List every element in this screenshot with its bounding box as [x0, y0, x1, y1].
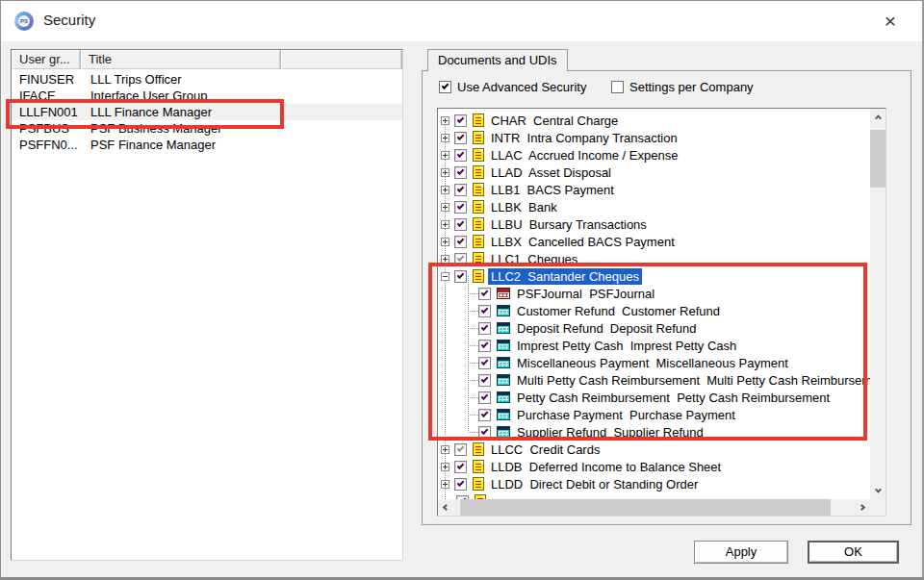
vertical-scrollbar[interactable]: [870, 109, 886, 499]
tree-item-label: Purchase Payment Purchase Payment: [514, 407, 738, 423]
tree-item[interactable]: Purchase Payment Purchase Payment: [438, 406, 870, 423]
tree-checkbox[interactable]: [454, 218, 467, 231]
expand-icon[interactable]: [441, 203, 449, 212]
tab-documents-and-udis[interactable]: Documents and UDIs: [427, 49, 568, 71]
ok-button[interactable]: OK: [808, 541, 899, 564]
tree-checkbox[interactable]: [454, 270, 467, 283]
tree-item[interactable]: CHAR Central Charge: [438, 112, 870, 129]
tree-checkbox[interactable]: [478, 288, 491, 300]
tree-item[interactable]: LLDD Direct Debit or Standing Order: [438, 475, 870, 492]
tree-item[interactable]: Deposit Refund Deposit Refund: [438, 319, 870, 337]
tree-checkbox[interactable]: [478, 357, 491, 369]
tree-item[interactable]: PSFJournal PSFJournal: [438, 285, 870, 302]
document-icon: [473, 183, 484, 196]
tree-item-label: LLBK Bank: [488, 199, 560, 215]
tree-item[interactable]: LLBX Cancelled BACS Payment: [438, 233, 870, 250]
user-group-row[interactable]: IFACEInterface User Group: [12, 88, 402, 104]
tree-item[interactable]: Miscellaneous Payment Miscellaneous Paym…: [438, 354, 870, 371]
user-group-cell: PSFBUS: [19, 121, 85, 136]
tree-checkbox[interactable]: [454, 201, 467, 214]
expand-icon[interactable]: [441, 255, 449, 264]
tree-item[interactable]: INTR Intra Company Transaction: [438, 129, 870, 146]
tree-item[interactable]: LLDB Deferred Income to Balance Sheet: [438, 458, 870, 475]
tree-checkbox[interactable]: [454, 236, 467, 248]
tree-item[interactable]: LLBK Bank: [438, 198, 870, 215]
expand-icon[interactable]: [441, 186, 449, 194]
chevron-right-icon: [859, 504, 865, 511]
tree-item[interactable]: Multi Petty Cash Reimbursement Multi Pet…: [438, 371, 870, 389]
scroll-up-button[interactable]: [870, 109, 886, 125]
scrollbar-corner: [870, 499, 886, 516]
expand-icon[interactable]: [441, 238, 449, 246]
tree-checkbox[interactable]: [478, 409, 491, 421]
tree-checkbox[interactable]: [454, 166, 467, 179]
tree-item[interactable]: LLC2 Santander Cheques: [438, 267, 870, 285]
tree-item[interactable]: LLC1 Cheques: [438, 250, 870, 267]
tree-checkbox[interactable]: [454, 132, 467, 144]
tree-item[interactable]: LLAD Asset Disposal: [438, 164, 870, 181]
expand-icon[interactable]: [441, 168, 449, 177]
expand-icon[interactable]: [441, 151, 449, 160]
tree-item[interactable]: Customer Refund Customer Refund: [438, 302, 870, 319]
collapse-icon[interactable]: [441, 272, 449, 281]
expand-icon[interactable]: [441, 445, 449, 454]
app-logo-icon: PS: [14, 12, 34, 31]
expand-icon[interactable]: [441, 463, 449, 471]
user-group-row[interactable]: FINUSERLLL Trips Officer: [12, 71, 402, 88]
tree-item[interactable]: Petty Cash Reimbursement Petty Cash Reim…: [438, 389, 870, 406]
column-header-empty[interactable]: [281, 50, 402, 69]
scroll-left-button[interactable]: [438, 499, 454, 516]
table-icon: [497, 322, 510, 334]
chevron-left-icon: [443, 504, 449, 511]
apply-button[interactable]: Apply: [694, 541, 788, 564]
expand-icon[interactable]: [441, 134, 449, 142]
settings-per-company-checkbox[interactable]: Settings per Company: [611, 80, 754, 94]
scroll-right-button[interactable]: [854, 499, 870, 516]
journal-icon: [497, 288, 510, 299]
tree-item[interactable]: [438, 492, 870, 499]
horizontal-scrollbar[interactable]: [438, 499, 870, 516]
column-header-title[interactable]: Title: [81, 50, 281, 69]
tree-checkbox[interactable]: [454, 184, 467, 196]
use-advanced-security-checkbox[interactable]: Use Advanced Security: [439, 80, 586, 94]
tree-checkbox[interactable]: [454, 443, 467, 456]
checkmark-icon: [457, 237, 465, 244]
tree-checkbox[interactable]: [454, 114, 467, 127]
horizontal-scroll-thumb[interactable]: [460, 499, 831, 516]
tree-item[interactable]: Imprest Petty Cash Imprest Petty Cash: [438, 337, 870, 354]
table-icon: [497, 391, 510, 403]
tree-checkbox[interactable]: [478, 340, 491, 352]
security-dialog: PS Security × User gr... Title FINUSERLL…: [0, 0, 924, 580]
close-icon[interactable]: ×: [876, 7, 905, 36]
tree-item[interactable]: LLB1 BACS Payment: [438, 181, 870, 198]
column-header-user-group[interactable]: User gr...: [12, 50, 81, 69]
tree-item[interactable]: LLCC Credit Cards: [438, 441, 870, 458]
vertical-scroll-thumb[interactable]: [870, 130, 886, 188]
expand-icon[interactable]: [441, 480, 449, 489]
checkbox-box[interactable]: [439, 81, 451, 93]
table-icon: [497, 357, 510, 368]
scroll-down-button[interactable]: [870, 483, 886, 499]
tree-checkbox[interactable]: [454, 253, 467, 265]
document-icon: [473, 113, 484, 127]
user-group-row[interactable]: LLLFN001LLL Finance Manager: [12, 104, 402, 120]
tree-item[interactable]: LLAC Accrued Income / Expense: [438, 146, 870, 164]
tree-checkbox[interactable]: [478, 426, 491, 439]
tree-item[interactable]: LLBU Bursary Transactions: [438, 215, 870, 233]
tree-connector-stub: [468, 328, 478, 329]
tree-checkbox[interactable]: [454, 149, 467, 162]
expand-icon[interactable]: [441, 220, 449, 229]
tree-item[interactable]: Supplier Refund Supplier Refund: [438, 423, 870, 441]
tree-checkbox[interactable]: [478, 391, 491, 404]
tree-checkbox[interactable]: [454, 461, 467, 473]
checkbox-box[interactable]: [611, 81, 624, 93]
tree-checkbox[interactable]: [454, 478, 467, 491]
user-group-row[interactable]: PSFBUSPSF Business Manager: [12, 120, 402, 137]
user-title-cell: PSF Business Manager: [90, 121, 222, 136]
tree-checkbox[interactable]: [478, 322, 491, 335]
tree-connector-stub: [468, 432, 478, 433]
tree-checkbox[interactable]: [478, 374, 491, 387]
expand-icon[interactable]: [441, 116, 449, 125]
user-group-row[interactable]: PSFFN0...PSF Finance Manager: [12, 137, 402, 153]
tree-checkbox[interactable]: [478, 305, 491, 317]
